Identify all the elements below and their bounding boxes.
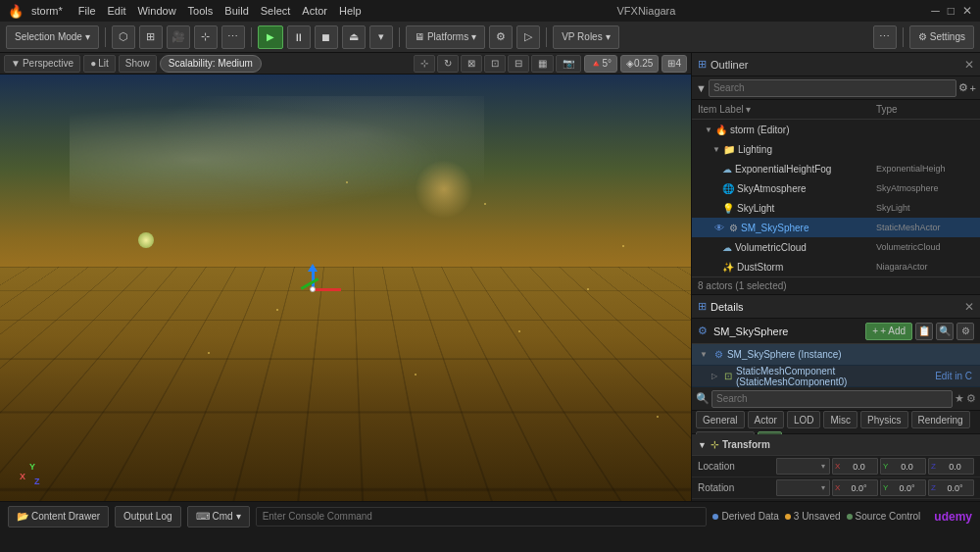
component-instance-row[interactable]: ▼ ⚙ SM_SkySphere (Instance) (692, 344, 980, 366)
menu-build[interactable]: Build (224, 5, 248, 17)
outliner-lighting-group[interactable]: ▼ 📁 Lighting (692, 139, 980, 159)
right-panel: ⊞ Outliner ✕ ▼ ⚙ + Item Label ▾ Type ▼ 🔥… (691, 53, 980, 501)
details-bookmark-icon[interactable]: ★ (955, 392, 964, 405)
location-dropdown[interactable]: ▾ (776, 458, 830, 475)
location-x-field[interactable]: X 0.0 (832, 458, 878, 475)
viewport-3d[interactable]: X Y Z (0, 75, 691, 501)
outliner-filter-icon[interactable]: ▼ (696, 82, 707, 94)
transform-gizmo[interactable] (290, 267, 339, 316)
cmd-button[interactable]: ⌨ Cmd ▾ (187, 506, 250, 527)
show-button[interactable]: Show (119, 55, 157, 73)
play-more-button[interactable]: ▾ (369, 25, 393, 49)
near-clip-badge[interactable]: ◈ 0.25 (620, 55, 659, 73)
component-edit-link[interactable]: Edit in C (935, 371, 972, 381)
pause-button[interactable]: ⏸ (287, 25, 311, 49)
outliner-add-icon[interactable]: + (970, 82, 976, 94)
snap-button[interactable]: ⊞ (139, 25, 163, 49)
find-button[interactable]: 🔍 (936, 323, 954, 340)
menu-select[interactable]: Select (261, 5, 291, 17)
tab-actor[interactable]: Actor (748, 411, 784, 428)
scale-icon[interactable]: ⊠ (461, 55, 482, 73)
content-drawer-button[interactable]: 📂 Content Drawer (8, 506, 109, 527)
minimize-button[interactable]: ─ (931, 4, 940, 18)
bottom-bar: 📂 Content Drawer Output Log ⌨ Cmd ▾ Deri… (0, 501, 980, 530)
console-input[interactable] (256, 507, 708, 527)
translate-icon[interactable]: ⊹ (414, 55, 435, 73)
rotation-z-field[interactable]: Z 0.0° (928, 479, 974, 496)
component-mesh-row[interactable]: ▷ ⊡ StaticMeshComponent (StaticMeshCompo… (692, 366, 980, 387)
selection-mode-button[interactable]: Selection Mode ▾ (6, 25, 99, 49)
lit-button[interactable]: ● Lit (83, 55, 116, 73)
stop-button[interactable]: ⏹ (315, 25, 338, 49)
platforms-button[interactable]: 🖥 Platforms ▾ (406, 25, 485, 49)
location-z-field[interactable]: Z 0.0 (928, 458, 974, 475)
output-log-button[interactable]: Output Log (115, 506, 180, 527)
outliner-exp-fog[interactable]: ☁ ExponentialHeightFog ExponentialHeigh (692, 159, 980, 178)
more-toolbar-button[interactable]: ⋯ (873, 25, 897, 49)
snap-angle-button[interactable]: ⊹ (194, 25, 218, 49)
vp-roles-button[interactable]: VP Roles ▾ (553, 25, 619, 49)
perspective-button[interactable]: ▼ Perspective (4, 55, 80, 73)
tab-physics[interactable]: Physics (860, 411, 907, 428)
fov-badge[interactable]: 🔺 5° (584, 55, 617, 73)
outliner-close-button[interactable]: ✕ (964, 58, 974, 72)
menu-help[interactable]: Help (339, 5, 362, 17)
launch-button[interactable]: ▷ (516, 25, 540, 49)
maximize-button[interactable]: □ (948, 4, 955, 18)
outliner-search-input[interactable] (709, 79, 956, 97)
outliner-sky-light[interactable]: 💡 SkyLight SkyLight (692, 198, 980, 218)
dust-type: NiagaraActor (876, 262, 974, 272)
tab-general[interactable]: General (696, 411, 745, 428)
menu-file[interactable]: File (78, 5, 96, 17)
transform-mode-button[interactable]: ⬡ (112, 25, 135, 49)
tab-rendering[interactable]: Rendering (911, 411, 970, 428)
tab-misc[interactable]: Misc (823, 411, 858, 428)
add-component-button[interactable]: + + Add (865, 323, 912, 340)
scalability-badge[interactable]: Scalability: Medium (160, 55, 262, 73)
lighting-icon: 📁 (723, 144, 735, 155)
outliner-sky-atmosphere[interactable]: 🌐 SkyAtmosphere SkyAtmosphere (692, 178, 980, 198)
details-close-button[interactable]: ✕ (964, 300, 974, 314)
source-control-status[interactable]: Source Control (847, 511, 921, 522)
output-log-label: Output Log (123, 511, 172, 522)
play-button[interactable]: ▶ (258, 25, 283, 49)
outliner-col-header: Item Label ▾ Type (692, 100, 980, 120)
more-options-button[interactable]: ⋯ (221, 25, 245, 49)
screen-pct-badge[interactable]: ⊞ 4 (662, 55, 687, 73)
details-settings-button[interactable]: ⚙ (956, 323, 974, 340)
close-button[interactable]: ✕ (962, 4, 972, 18)
source-dot (847, 514, 853, 520)
details-actions: + + Add 📋 🔍 ⚙ (865, 323, 974, 340)
rotate-icon[interactable]: ↻ (437, 55, 459, 73)
axes-indicator: X Y Z (10, 452, 49, 491)
menu-actor[interactable]: Actor (302, 5, 327, 17)
camera-button[interactable]: 🎥 (167, 25, 190, 49)
outliner-settings-icon[interactable]: ⚙ (958, 81, 968, 94)
outliner-sm-skysphere[interactable]: 👁 ⚙ SM_SkySphere StaticMeshActor (692, 218, 980, 237)
derived-data-status[interactable]: Derived Data (712, 511, 778, 522)
settings-button[interactable]: ⚙ Settings (909, 25, 974, 49)
camera-speed-icon[interactable]: 📷 (556, 55, 581, 73)
local-global-icon[interactable]: ⊡ (484, 55, 506, 73)
snap-surface-icon[interactable]: ⊟ (508, 55, 529, 73)
blueprint-button[interactable]: 📋 (915, 323, 933, 340)
unsaved-status[interactable]: 3 Unsaved (785, 511, 841, 522)
tab-lod[interactable]: LOD (787, 411, 821, 428)
details-filter-icon[interactable]: ⚙ (966, 392, 976, 405)
eject-button[interactable]: ⏏ (342, 25, 366, 49)
rotation-dropdown[interactable]: ▾ (776, 479, 830, 496)
details-search-input[interactable] (711, 390, 953, 408)
scale-row: Scale ▾ X 400.0 🔒 Y 400.0 (692, 499, 980, 501)
outliner-volumetric-cloud[interactable]: ☁ VolumetricCloud VolumetricCloud (692, 237, 980, 257)
rotation-x-field[interactable]: X 0.0° (832, 479, 878, 496)
outliner-root-item[interactable]: ▼ 🔥 storm (Editor) (692, 120, 980, 139)
menu-window[interactable]: Window (137, 5, 175, 17)
outliner-dust-storm[interactable]: ✨ DustStorm NiagaraActor (692, 257, 980, 276)
rotation-y-field[interactable]: Y 0.0° (880, 479, 926, 496)
menu-tools[interactable]: Tools (188, 5, 214, 17)
platform-settings-button[interactable]: ⚙ (489, 25, 513, 49)
grid-icon[interactable]: ▦ (531, 55, 554, 73)
location-y-field[interactable]: Y 0.0 (880, 458, 926, 475)
transform-section-header[interactable]: ▼ ⊹ Transform (692, 434, 980, 456)
menu-edit[interactable]: Edit (108, 5, 126, 17)
